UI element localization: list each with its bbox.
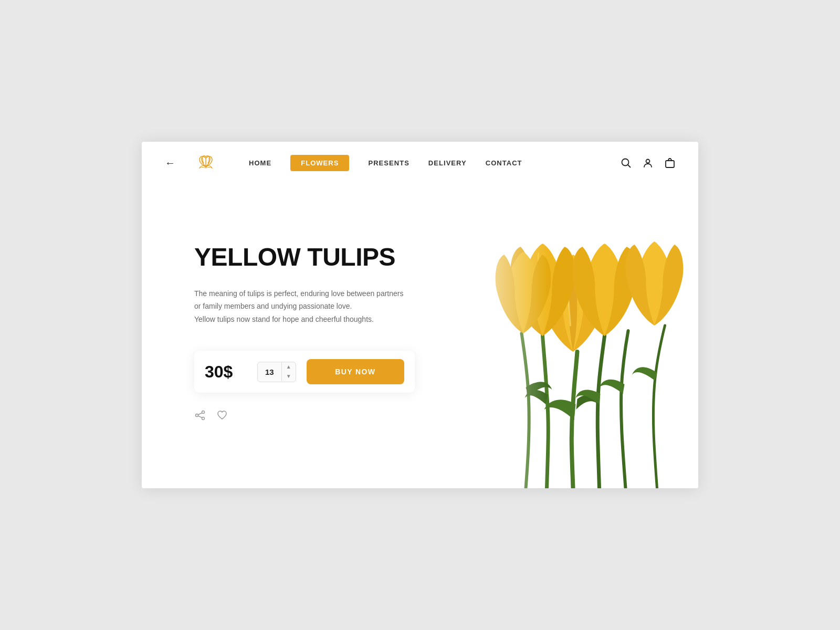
page-container: ← HOME FLOWERS PRESENTS DELIVERY CONTACT: [142, 142, 698, 488]
svg-point-5: [196, 414, 198, 417]
purchase-box: 30$ 13 ▲ ▼ BUY NOW: [194, 351, 415, 393]
product-title: YELLOW TULIPS: [194, 244, 416, 271]
svg-point-4: [202, 411, 205, 414]
product-description: The meaning of tulips is perfect, enduri…: [194, 287, 415, 326]
bag-icon[interactable]: [665, 157, 675, 169]
search-icon[interactable]: [621, 158, 631, 168]
svg-point-6: [202, 417, 205, 420]
svg-rect-10: [448, 184, 698, 488]
right-panel: [448, 184, 698, 488]
nav-links: HOME FLOWERS PRESENTS DELIVERY CONTACT: [249, 155, 621, 171]
back-button[interactable]: ←: [165, 157, 175, 169]
heart-icon[interactable]: [216, 410, 228, 423]
nav-icon-group: [621, 157, 675, 169]
logo[interactable]: [194, 150, 217, 175]
price-display: 30$: [205, 362, 247, 382]
quantity-value: 13: [258, 362, 281, 382]
svg-line-8: [198, 416, 202, 418]
navbar: ← HOME FLOWERS PRESENTS DELIVERY CONTACT: [142, 142, 698, 184]
share-icon[interactable]: [194, 410, 206, 423]
nav-flowers[interactable]: FLOWERS: [290, 155, 349, 171]
left-panel: YELLOW TULIPS The meaning of tulips is p…: [142, 184, 448, 488]
main-content: YELLOW TULIPS The meaning of tulips is p…: [142, 184, 698, 488]
user-icon[interactable]: [643, 158, 653, 168]
social-icons: [194, 410, 416, 423]
svg-line-7: [198, 413, 202, 415]
svg-line-1: [628, 165, 631, 167]
svg-point-2: [646, 160, 650, 163]
quantity-arrows: ▲ ▼: [281, 362, 296, 381]
nav-presents[interactable]: PRESENTS: [368, 159, 409, 167]
svg-rect-3: [666, 161, 674, 167]
nav-contact[interactable]: CONTACT: [486, 159, 522, 167]
nav-delivery[interactable]: DELIVERY: [428, 159, 467, 167]
buy-now-button[interactable]: BUY NOW: [307, 359, 404, 384]
quantity-up[interactable]: ▲: [282, 362, 296, 372]
nav-home[interactable]: HOME: [249, 159, 271, 167]
flower-image: [448, 184, 698, 488]
quantity-control[interactable]: 13 ▲ ▼: [257, 362, 296, 382]
quantity-down[interactable]: ▼: [282, 372, 296, 381]
